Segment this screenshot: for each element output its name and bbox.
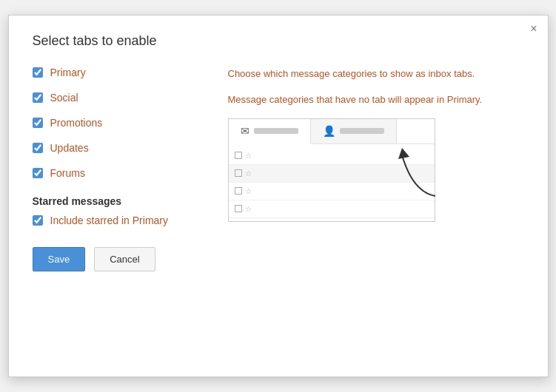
mini-star-3: ☆: [245, 187, 252, 195]
promotions-label[interactable]: Promotions: [50, 117, 103, 129]
mini-star-1: ☆: [245, 152, 252, 160]
preview-tab-primary: ✉: [229, 119, 311, 144]
starred-label[interactable]: Include starred in Primary: [50, 214, 169, 226]
forums-label[interactable]: Forums: [50, 167, 85, 179]
preview-row-2: ☆: [229, 165, 435, 183]
preview-row-1: ☆: [229, 147, 435, 165]
save-button[interactable]: Save: [33, 247, 86, 271]
cancel-button[interactable]: Cancel: [94, 247, 155, 271]
dialog-title: Select tabs to enable: [33, 33, 524, 49]
preview-tabs: ✉ 👤: [229, 119, 435, 144]
social-label[interactable]: Social: [50, 92, 78, 104]
dialog: × Select tabs to enable Primary Social P…: [8, 15, 549, 377]
checkbox-social: Social: [33, 92, 210, 104]
tab-line-1: [254, 128, 298, 134]
close-button[interactable]: ×: [530, 23, 537, 35]
starred-checkbox-item: Include starred in Primary: [33, 214, 210, 226]
left-panel: Primary Social Promotions Updates Forums…: [33, 67, 210, 271]
mini-star-2: ☆: [245, 169, 252, 178]
mini-star-4: ☆: [245, 205, 252, 213]
checkbox-forums: Forums: [33, 167, 210, 179]
checkbox-primary: Primary: [33, 67, 210, 78]
content-row: Primary Social Promotions Updates Forums…: [33, 67, 524, 271]
preview-rows: ☆ ☆ ☆ ☆: [229, 144, 435, 221]
mini-checkbox-4: [235, 205, 242, 212]
primary-checkbox[interactable]: [33, 67, 43, 78]
forums-checkbox[interactable]: [33, 168, 43, 178]
checkbox-promotions: Promotions: [33, 117, 210, 129]
checkbox-updates: Updates: [33, 142, 210, 154]
preview-row-4: ☆: [229, 200, 435, 218]
tab-line-2: [340, 128, 384, 134]
starred-title: Starred messages: [33, 195, 210, 207]
mini-checkbox-2: [235, 169, 242, 177]
updates-label[interactable]: Updates: [50, 142, 89, 154]
preview-row-3: ☆: [229, 183, 435, 200]
updates-checkbox[interactable]: [33, 143, 43, 153]
primary-label[interactable]: Primary: [50, 67, 86, 78]
right-panel: Choose which message categories to show …: [228, 67, 524, 271]
inbox-icon: ✉: [241, 125, 249, 137]
preview-wrapper: ✉ 👤 ☆: [228, 118, 435, 222]
starred-checkbox[interactable]: [33, 215, 43, 226]
preview-tab-social: 👤: [311, 119, 397, 143]
social-checkbox[interactable]: [33, 92, 43, 103]
starred-section: Starred messages Include starred in Prim…: [33, 195, 210, 226]
mini-checkbox-3: [235, 187, 242, 195]
footer-buttons: Save Cancel: [33, 247, 210, 271]
mini-checkbox-1: [235, 152, 242, 159]
social-icon: 👤: [323, 125, 335, 137]
description-line1: Choose which message categories to show …: [228, 67, 524, 82]
description-line2: Message categories that have no tab will…: [228, 92, 524, 108]
preview-box: ✉ 👤 ☆: [228, 118, 435, 222]
promotions-checkbox[interactable]: [33, 118, 43, 128]
